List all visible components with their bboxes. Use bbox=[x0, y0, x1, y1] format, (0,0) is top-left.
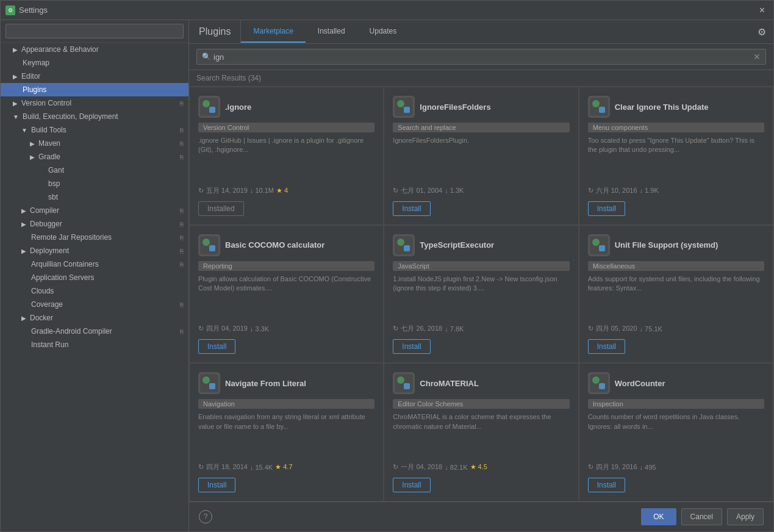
plugin-meta: ↻ 四月 19, 2016 ↓ 495 bbox=[588, 462, 764, 472]
sidebar-item-label: Maven bbox=[38, 139, 60, 148]
plugin-name: WordCounter bbox=[615, 379, 665, 388]
svg-rect-23 bbox=[599, 245, 605, 251]
sidebar-item-build-execution-deployment[interactable]: ▼Build, Execution, Deployment bbox=[1, 110, 188, 123]
plugin-downloads: ↓ 3.3K bbox=[250, 325, 269, 332]
plugin-description: Plugin allows calculation of Basic COCOM… bbox=[198, 275, 374, 321]
plugin-date: 四月 19, 2016 bbox=[596, 462, 637, 472]
chevron-icon: ▶ bbox=[21, 248, 26, 254]
plugin-refresh-icon: ↻ bbox=[198, 463, 204, 471]
sidebar-item-label: Application Servers bbox=[31, 273, 94, 282]
svg-point-22 bbox=[592, 239, 600, 246]
sidebar-item-label: sbt bbox=[48, 193, 58, 201]
sidebar-item-plugins[interactable]: Plugins bbox=[1, 83, 188, 96]
plugin-install-button[interactable]: Install bbox=[588, 478, 625, 492]
plugin-installed-button[interactable]: Installed bbox=[198, 201, 244, 216]
sidebar-item-label: Docker bbox=[30, 314, 53, 322]
plugins-search-input[interactable] bbox=[213, 52, 753, 62]
plugin-header: .ignore bbox=[198, 96, 374, 118]
plugin-meta: ↻ 五月 14, 2019 ↓ 10.1M ★ 4 bbox=[198, 186, 374, 195]
apply-button[interactable]: Apply bbox=[727, 508, 764, 525]
plugin-install-button[interactable]: Install bbox=[198, 339, 235, 354]
chevron-icon: ▶ bbox=[13, 46, 18, 53]
plugin-install-button[interactable]: Install bbox=[393, 201, 430, 216]
search-clear-icon[interactable]: ✕ bbox=[753, 52, 761, 62]
settings-window: ⚙ Settings × ▶Appearance & BehaviorKeyma… bbox=[0, 0, 774, 532]
plugin-date: 五月 14, 2019 bbox=[206, 186, 248, 195]
cancel-button[interactable]: Cancel bbox=[681, 508, 722, 525]
plugin-icon bbox=[588, 234, 610, 256]
sidebar-item-docker[interactable]: ▶Docker bbox=[1, 311, 188, 325]
sidebar-item-clouds[interactable]: Clouds bbox=[1, 284, 188, 298]
copy-icon: ⎘ bbox=[180, 154, 184, 160]
sidebar-item-editor[interactable]: ▶Editor bbox=[1, 70, 188, 83]
plugin-card-unit-file-support: Unit File Support (systemd) Miscellaneou… bbox=[579, 225, 773, 364]
window-title: Settings bbox=[19, 5, 48, 15]
plugin-icon bbox=[393, 372, 415, 394]
sidebar-item-sbt[interactable]: sbt bbox=[1, 190, 188, 204]
ok-button[interactable]: OK bbox=[641, 508, 676, 525]
sidebar-item-gradle-android-compiler[interactable]: Gradle-Android Compiler⎘ bbox=[1, 325, 188, 338]
plugin-refresh-icon: ↻ bbox=[393, 463, 398, 471]
plugin-install-button[interactable]: Install bbox=[393, 339, 430, 354]
plugin-stars: ★ 4.5 bbox=[470, 463, 487, 471]
plugin-install-button[interactable]: Install bbox=[393, 478, 430, 492]
plugin-tag: Inspection bbox=[588, 399, 764, 409]
help-button[interactable]: ? bbox=[199, 510, 212, 523]
sidebar-item-gant[interactable]: Gant bbox=[1, 164, 188, 177]
main-content: ▶Appearance & BehaviorKeymap▶EditorPlugi… bbox=[1, 20, 773, 531]
svg-rect-3 bbox=[209, 107, 215, 113]
sidebar-item-label: Gant bbox=[48, 166, 64, 174]
plugin-date: 四月 18, 2014 bbox=[206, 462, 248, 472]
sidebar-item-gradle[interactable]: ▶Gradle⎘ bbox=[1, 150, 188, 164]
plugin-name: Clear Ignore This Update bbox=[615, 102, 709, 112]
sidebar-item-instant-run[interactable]: Instant Run bbox=[1, 338, 188, 351]
plugin-icon bbox=[393, 234, 415, 256]
plugin-card-wordcounter: WordCounter Inspection Counts number of … bbox=[579, 363, 773, 501]
copy-icon: ⎘ bbox=[180, 261, 184, 268]
svg-point-2 bbox=[202, 100, 210, 107]
tab-marketplace[interactable]: Marketplace bbox=[241, 21, 305, 43]
close-button[interactable]: × bbox=[756, 4, 769, 17]
copy-icon: ⎘ bbox=[180, 207, 184, 214]
sidebar-item-application-servers[interactable]: Application Servers bbox=[1, 271, 188, 284]
sidebar-item-keymap[interactable]: Keymap bbox=[1, 56, 188, 70]
sidebar-item-build-tools[interactable]: ▼Build Tools⎘ bbox=[1, 123, 188, 137]
plugin-name: .ignore bbox=[225, 102, 251, 112]
sidebar-search-input[interactable] bbox=[5, 24, 184, 38]
plugins-grid: .ignore Version Control .ignore GitHub |… bbox=[189, 87, 773, 501]
plugin-refresh-icon: ↻ bbox=[198, 325, 204, 332]
settings-gear-icon[interactable]: ⚙ bbox=[750, 21, 773, 43]
svg-rect-13 bbox=[200, 236, 218, 254]
plugin-install-button[interactable]: Install bbox=[588, 339, 625, 354]
sidebar-item-maven[interactable]: ▶Maven⎘ bbox=[1, 137, 188, 150]
plugin-description: 1.install NodeJS plugin first 2.New -> N… bbox=[393, 275, 569, 321]
sidebar-item-deployment[interactable]: ▶Deployment⎘ bbox=[1, 244, 188, 257]
tab-updates[interactable]: Updates bbox=[357, 21, 409, 43]
title-bar-left: ⚙ Settings bbox=[5, 5, 48, 15]
sidebar-item-arquillian-containers[interactable]: Arquillian Containers⎘ bbox=[1, 257, 188, 271]
sidebar-item-remote-jar-repositories[interactable]: Remote Jar Repositories⎘ bbox=[1, 231, 188, 244]
copy-icon: ⎘ bbox=[180, 301, 184, 308]
plugin-name: IgnoreFilesFolders bbox=[420, 102, 490, 112]
chevron-icon: ▼ bbox=[13, 113, 19, 120]
tab-installed[interactable]: Installed bbox=[306, 21, 357, 43]
sidebar-item-version-control[interactable]: ▶Version Control⎘ bbox=[1, 96, 188, 110]
plugin-downloads: ↓ 75.1K bbox=[640, 325, 662, 332]
sidebar-item-debugger[interactable]: ▶Debugger⎘ bbox=[1, 217, 188, 231]
plugin-description: Adds support for systemd unit files, inc… bbox=[588, 275, 764, 321]
sidebar-item-label: Deployment bbox=[30, 246, 69, 255]
plugin-meta: ↻ 四月 18, 2014 ↓ 15.4K ★ 4.7 bbox=[198, 462, 374, 472]
sidebar-item-appearance[interactable]: ▶Appearance & Behavior bbox=[1, 43, 188, 56]
plugin-card-chromaterial: ChroMATERIAL Editor Color Schemes ChroMA… bbox=[384, 363, 578, 501]
copy-icon: ⎘ bbox=[180, 100, 184, 107]
plugin-install-button[interactable]: Install bbox=[588, 201, 625, 216]
plugin-tag: JavaScript bbox=[393, 261, 569, 271]
svg-point-26 bbox=[202, 376, 210, 384]
svg-rect-27 bbox=[209, 383, 215, 389]
copy-icon: ⎘ bbox=[180, 221, 184, 228]
plugin-install-button[interactable]: Install bbox=[198, 478, 235, 492]
sidebar-item-bsp[interactable]: bsp bbox=[1, 177, 188, 190]
chevron-icon: ▶ bbox=[30, 154, 35, 160]
sidebar-item-coverage[interactable]: Coverage⎘ bbox=[1, 298, 188, 311]
sidebar-item-compiler[interactable]: ▶Compiler⎘ bbox=[1, 204, 188, 217]
